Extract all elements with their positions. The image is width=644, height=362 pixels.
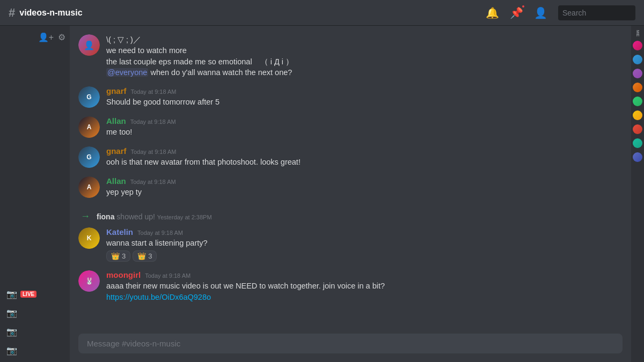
message-content-continuation: \( ; ▽ ; )／ we need to watch more the la… <box>106 34 623 78</box>
bell-icon[interactable]: 🔔 <box>486 6 499 19</box>
username-allan-1[interactable]: Allan <box>106 116 126 125</box>
avatar-image-moongirl: 🐰 <box>78 270 100 292</box>
reactions-katelin: 👑 3 👑 3 <box>106 250 623 262</box>
mention-everyone[interactable]: @everyone <box>106 68 148 77</box>
system-arrow-icon: → <box>80 211 90 222</box>
timestamp-katelin: Today at 9:18 AM <box>137 230 183 236</box>
avatar-gnarf-1: G <box>78 86 100 108</box>
channel-info: # videos-n-music <box>9 6 486 20</box>
message-group-gnarf-1: G gnarf Today at 9:18 AM Should be good … <box>78 86 623 108</box>
msg-line-4: @everyone when do y'all wanna watch the … <box>106 67 623 78</box>
message-group-gnarf-2: G gnarf Today at 9:18 AM ooh is that new… <box>78 146 623 168</box>
settings-gear-icon[interactable]: ⚙ <box>58 32 65 42</box>
voice-channels-list: 📷 LIVE 📷 📷 📷 <box>0 283 70 362</box>
system-text-fiona: fiona showed up! Yesterday at 2:38PM <box>97 212 212 221</box>
msg-line-3: the last couple eps made me so emotional… <box>106 56 623 67</box>
avatar-image-allan-2: A <box>78 176 100 198</box>
username-gnarf-1[interactable]: gnarf <box>106 86 127 95</box>
channel-name: videos-n-music <box>19 8 82 18</box>
timestamp-allan-2: Today at 9:18 AM <box>130 179 176 185</box>
username-moongirl[interactable]: moongirl <box>106 270 141 279</box>
message-input-area <box>70 334 631 362</box>
avatar-allan-2: A <box>78 176 100 198</box>
messages-container: 👤 \( ; ▽ ; )／ we need to watch more the … <box>70 26 631 334</box>
system-message-fiona: → fiona showed up! Yesterday at 2:38PM <box>78 211 623 222</box>
avatar-moongirl: 🐰 <box>78 270 100 292</box>
camera-icon-3: 📷 <box>6 327 17 337</box>
message-content-allan-2: Allan Today at 9:18 AM yep yep ty <box>106 176 623 198</box>
right-member-4[interactable] <box>633 83 642 92</box>
right-member-1[interactable] <box>633 41 642 50</box>
avatar-image-allan-1: A <box>78 116 100 138</box>
pin-notification-dot <box>521 4 525 9</box>
add-member-icon[interactable]: 👤+ <box>38 32 54 42</box>
message-header-katelin: Katelin Today at 9:18 AM <box>106 227 623 237</box>
live-badge: LIVE <box>20 291 36 298</box>
avatar-allan-1: A <box>78 116 100 138</box>
reaction-emoji-2: 👑 <box>137 252 146 260</box>
system-time-fiona: Yesterday at 2:38PM <box>157 214 212 220</box>
right-member-6[interactable] <box>633 110 642 120</box>
timestamp-gnarf-2: Today at 9:18 AM <box>131 149 177 155</box>
right-member-7[interactable] <box>633 124 642 134</box>
system-action-fiona: showed up! <box>116 212 157 221</box>
avatar-image-gnarf-1: G <box>78 86 100 108</box>
msg-line-1: \( ; ▽ ; )／ <box>106 34 623 45</box>
right-member-5[interactable] <box>633 97 642 106</box>
reaction-count-2: 3 <box>148 252 152 260</box>
search-input[interactable] <box>558 5 635 20</box>
right-member-2[interactable] <box>633 55 642 64</box>
reaction-crown-2[interactable]: 👑 3 <box>133 250 157 262</box>
system-username-fiona: fiona <box>97 212 114 221</box>
avatar-continuation: 👤 <box>78 34 100 56</box>
voice-channel-2[interactable]: 📷 <box>4 306 65 320</box>
message-content-moongirl: moongirl Today at 9:18 AM aaaa their new… <box>106 270 623 302</box>
main-layout: 👤+ ⚙ 📷 LIVE 📷 📷 📷 👤 <box>0 26 644 362</box>
sidebar-left: 👤+ ⚙ 📷 LIVE 📷 📷 📷 <box>0 26 70 362</box>
header-icons: 🔔 📌 👤 <box>486 5 635 20</box>
message-text-gnarf-1: Should be good tomorrow after 5 <box>106 97 623 107</box>
message-text-continuation: \( ; ▽ ; )／ we need to watch more the la… <box>106 34 623 78</box>
sidebar-top-icons: 👤+ ⚙ <box>0 28 70 47</box>
voice-channel-4[interactable]: 📷 <box>4 343 65 358</box>
timestamp-gnarf-1: Today at 9:18 AM <box>131 88 177 95</box>
channel-hash-icon: # <box>9 6 15 20</box>
username-allan-2[interactable]: Allan <box>106 176 126 186</box>
message-group-allan-2: A Allan Today at 9:18 AM yep yep ty <box>78 176 623 198</box>
message-header-gnarf-2: gnarf Today at 9:18 AM <box>106 146 623 156</box>
pin-icon[interactable]: 📌 <box>510 6 523 19</box>
members-icon[interactable]: 👤 <box>534 6 547 19</box>
camera-icon: 📷 <box>6 289 17 299</box>
message-group-allan-1: A Allan Today at 9:18 AM me too! <box>78 116 623 138</box>
avatar-image: 👤 <box>78 34 100 56</box>
avatar-gnarf-2: G <box>78 146 100 168</box>
message-group-katelin: K Katelin Today at 9:18 AM wanna start a… <box>78 227 623 262</box>
members-panel-right: ME <box>631 26 644 362</box>
message-text-katelin: wanna start a listening party? <box>106 238 623 248</box>
reaction-crown-1[interactable]: 👑 3 <box>106 250 130 262</box>
right-member-9[interactable] <box>633 152 642 162</box>
camera-icon-4: 📷 <box>6 345 17 356</box>
youtube-link[interactable]: https://youtu.be/OiDx6aQ928o <box>106 293 211 301</box>
message-header-allan-1: Allan Today at 9:18 AM <box>106 116 623 125</box>
message-content-allan-1: Allan Today at 9:18 AM me too! <box>106 116 623 138</box>
right-member-8[interactable] <box>633 138 642 148</box>
reaction-count-1: 3 <box>122 252 126 260</box>
username-katelin[interactable]: Katelin <box>106 227 133 237</box>
voice-channel-live[interactable]: 📷 LIVE <box>4 287 65 301</box>
message-input[interactable] <box>78 334 623 353</box>
message-group-continuation: 👤 \( ; ▽ ; )／ we need to watch more the … <box>78 34 623 78</box>
message-text-allan-2: yep yep ty <box>106 187 623 197</box>
avatar-image-gnarf-2: G <box>78 146 100 168</box>
message-group-moongirl: 🐰 moongirl Today at 9:18 AM aaaa their n… <box>78 270 623 302</box>
message-header-allan-2: Allan Today at 9:18 AM <box>106 176 623 186</box>
message-header-moongirl: moongirl Today at 9:18 AM <box>106 270 623 279</box>
message-content-katelin: Katelin Today at 9:18 AM wanna start a l… <box>106 227 623 262</box>
message-text-moongirl: aaaa their new music video is out we NEE… <box>106 280 623 302</box>
message-header-gnarf-1: gnarf Today at 9:18 AM <box>106 86 623 95</box>
avatar-katelin: K <box>78 227 100 249</box>
right-member-3[interactable] <box>633 69 642 78</box>
members-label: ME <box>635 30 640 36</box>
username-gnarf-2[interactable]: gnarf <box>106 146 127 156</box>
voice-channel-3[interactable]: 📷 <box>4 324 65 339</box>
